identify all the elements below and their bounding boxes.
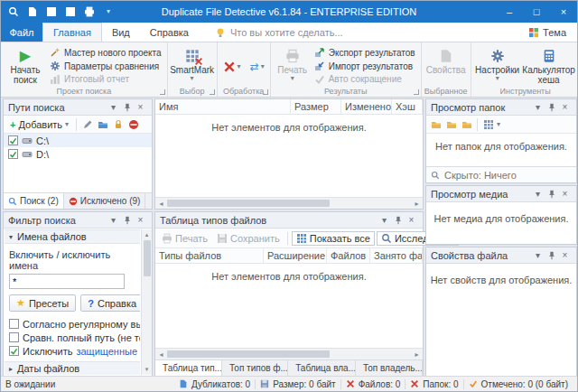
close-icon[interactable]: × <box>405 214 418 227</box>
panel-menu-icon[interactable]: ▾ <box>531 249 545 262</box>
tab-help[interactable]: Справка <box>140 23 199 42</box>
scroll-right-icon[interactable]: ▸ <box>411 350 423 359</box>
tab-types-table[interactable]: Таблица тип... <box>155 360 222 376</box>
column-header[interactable]: Хэш <box>392 99 423 114</box>
theme-button[interactable]: Тема <box>528 23 577 42</box>
folder-icon[interactable] <box>429 118 443 131</box>
column-header[interactable]: Имя <box>155 99 291 114</box>
panel-menu-icon[interactable]: ▾ <box>531 188 545 201</box>
hash-calculator-button[interactable]: Калькулятор хеша <box>521 44 577 86</box>
checkbox-checked[interactable] <box>8 149 18 159</box>
tab-file[interactable]: Файл <box>1 23 42 42</box>
presets-button[interactable]: ★ Пресеты <box>9 294 76 312</box>
dialog-launcher-icon[interactable] <box>414 89 419 95</box>
scrollbar-thumb[interactable] <box>167 350 330 358</box>
qat-save-icon[interactable] <box>43 5 60 19</box>
close-icon[interactable]: × <box>134 101 147 114</box>
close-icon[interactable]: × <box>558 101 572 114</box>
smartmark-button[interactable]: SmartMark ▾ <box>171 44 214 86</box>
close-icon[interactable]: × <box>134 214 147 227</box>
pin-icon[interactable] <box>545 249 558 262</box>
start-search-button[interactable]: ▶ Начать поиск <box>4 44 47 86</box>
print-results-button[interactable]: Печать ▾ <box>274 44 312 86</box>
pin-icon[interactable] <box>120 214 134 227</box>
maximize-button[interactable]: □ <box>523 1 550 23</box>
qat-new-project-icon[interactable] <box>24 5 41 19</box>
qat-print-icon[interactable] <box>81 5 98 19</box>
close-icon[interactable]: × <box>558 249 572 262</box>
new-project-wizard-button[interactable]: Мастер нового проекта <box>47 46 164 60</box>
scrollbar-thumb[interactable] <box>144 240 151 276</box>
qat-customize-icon[interactable]: ▾ <box>100 5 117 19</box>
scroll-left-icon[interactable]: ◂ <box>155 200 167 208</box>
save-button[interactable]: Сохранить <box>213 232 284 245</box>
checkbox-unchecked[interactable] <box>9 332 19 342</box>
scroll-down-icon[interactable]: ▾ <box>145 364 149 375</box>
horizontal-scrollbar[interactable]: ◂ ▸ <box>155 197 423 209</box>
close-icon[interactable]: × <box>558 188 572 201</box>
section-file-dates[interactable]: ▸ Даты файлов <box>5 361 140 375</box>
scroll-right-icon[interactable]: ▸ <box>411 200 423 208</box>
checkbox-checked[interactable] <box>8 135 18 145</box>
close-button[interactable]: × <box>550 1 577 23</box>
checkbox-unchecked[interactable] <box>9 319 19 329</box>
panel-menu-icon[interactable]: ▾ <box>531 101 545 114</box>
show-all-button[interactable]: Показать все <box>292 231 375 246</box>
lock-icon[interactable] <box>111 118 125 131</box>
view-mode-button[interactable] <box>481 118 495 131</box>
path-row[interactable]: D:\ <box>4 147 152 161</box>
settings-button[interactable]: Настройки ▾ <box>474 44 521 86</box>
print-button[interactable]: Печать <box>158 232 211 245</box>
pin-icon[interactable] <box>120 101 134 114</box>
column-header[interactable]: Размер <box>291 99 341 114</box>
minimize-button[interactable]: – <box>496 1 523 23</box>
import-results-button[interactable]: Импорт результатов <box>312 60 418 73</box>
pin-icon[interactable] <box>391 214 405 227</box>
tab-home[interactable]: Главная <box>42 23 102 42</box>
pin-icon[interactable] <box>545 188 558 201</box>
panel-menu-icon[interactable]: ▾ <box>378 214 391 227</box>
fullpath-checkbox-row[interactable]: Сравн. полный путь (не только и <box>5 331 140 344</box>
exclude-protected-checkbox-row[interactable]: Исключить защищенные типы фа <box>5 344 140 358</box>
column-header[interactable]: Изменено <box>341 99 392 114</box>
vertical-scrollbar[interactable]: ▴ ▾ <box>141 229 152 375</box>
scrollbar-thumb[interactable] <box>167 200 330 207</box>
protected-types-link[interactable]: защищенные типы фа <box>76 346 140 357</box>
tab-top-types[interactable]: Топ типов ф... <box>222 360 288 376</box>
chevron-down-icon[interactable]: ▾ <box>497 121 500 128</box>
edit-path-icon[interactable] <box>80 118 94 131</box>
path-row[interactable]: C:\ <box>4 134 152 147</box>
export-results-button[interactable]: Экспорт результатов <box>312 46 418 60</box>
regex-checkbox-row[interactable]: Согласно регулярному выражение <box>5 317 140 331</box>
dialog-launcher-icon[interactable] <box>160 89 165 95</box>
check-folder-icon[interactable] <box>96 118 109 131</box>
dialog-launcher-icon[interactable] <box>263 89 268 95</box>
scroll-up-icon[interactable]: ▴ <box>145 229 149 240</box>
section-file-names[interactable]: ▾ Имена файлов <box>5 229 140 244</box>
tab-top-owners[interactable]: Топ владель... <box>356 360 423 376</box>
summary-report-button[interactable]: Итоговый отчет <box>47 72 164 86</box>
name-pattern-input[interactable] <box>9 274 125 289</box>
folder-open-icon[interactable] <box>444 118 458 131</box>
column-header[interactable]: Файлов <box>327 248 370 263</box>
column-header[interactable]: Типы файлов <box>155 248 264 263</box>
tab-search-paths[interactable]: Поиск (2) <box>4 193 64 209</box>
panel-menu-icon[interactable]: ▾ <box>107 101 120 114</box>
auto-reduce-button[interactable]: Авто сокращение <box>312 72 418 86</box>
horizontal-scrollbar[interactable]: ◂ ▸ <box>155 348 423 359</box>
column-header[interactable]: Занято файла <box>370 248 423 263</box>
hidden-filter-bar[interactable]: Скрыто: Ничего <box>426 166 576 182</box>
move-duplicates-button[interactable]: ⇄ ▾ <box>247 48 267 86</box>
help-button[interactable]: ? Справка <box>80 294 140 312</box>
column-header[interactable]: Расширение <box>264 248 327 263</box>
add-path-button[interactable]: + Добавить ▾ <box>6 118 72 131</box>
properties-button[interactable]: Свойства <box>424 44 468 86</box>
exclude-icon[interactable] <box>126 118 140 131</box>
checkbox-checked[interactable] <box>9 346 19 356</box>
tab-excluded-paths[interactable]: Исключено (9) <box>64 193 146 209</box>
scroll-left-icon[interactable]: ◂ <box>155 350 167 359</box>
tell-me-box[interactable]: Что вы хотите сделать... <box>215 23 343 42</box>
tab-owners-table[interactable]: Таблица вла... <box>288 360 356 376</box>
tab-view[interactable]: Вид <box>102 23 140 42</box>
qat-report-icon[interactable] <box>62 5 79 19</box>
